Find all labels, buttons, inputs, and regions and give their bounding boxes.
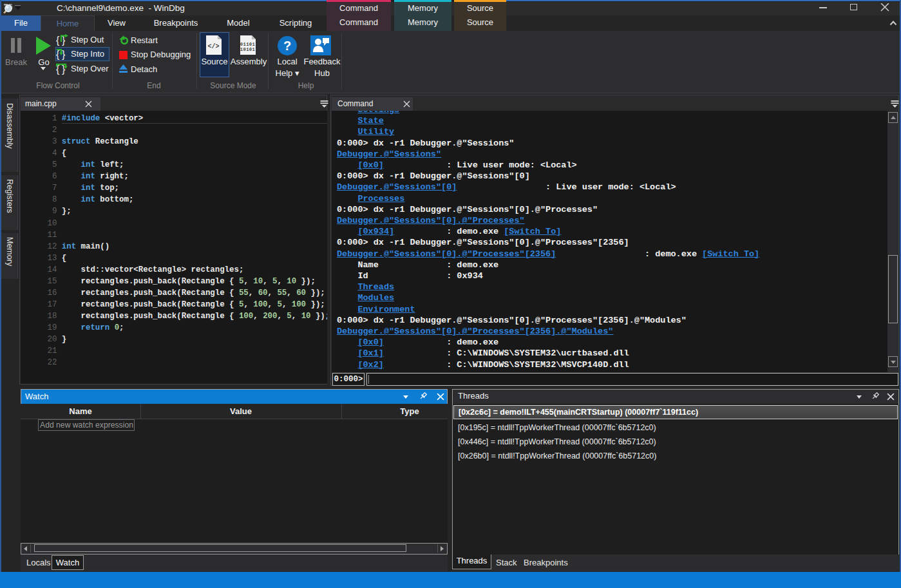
- svg-text:}: }: [62, 49, 66, 60]
- svg-text:01101: 01101: [240, 42, 256, 47]
- svg-text:{: {: [56, 35, 60, 46]
- svg-text:10101: 10101: [240, 47, 256, 52]
- svg-text:</>: </>: [207, 43, 219, 50]
